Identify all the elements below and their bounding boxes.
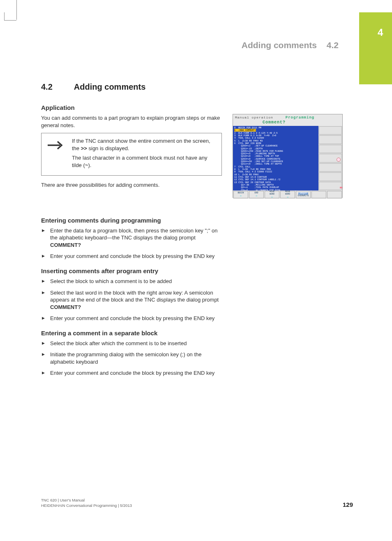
scr-side-button[interactable]: [319, 154, 342, 162]
list-item: Enter your comment and conclude the bloc…: [41, 315, 222, 322]
scr-side-button[interactable]: [319, 145, 342, 153]
scr-side-button[interactable]: [319, 172, 342, 181]
softkey-move-word[interactable]: MOVEWORD⇒: [280, 191, 295, 198]
list-item: Select the block to which a comment is t…: [41, 278, 222, 285]
softkey-end[interactable]: END⇒: [249, 191, 264, 198]
list-item: Initiate the programming dialog with the…: [41, 351, 222, 365]
scr-sidebar: [318, 126, 342, 190]
scr-prompt: Comment?: [233, 120, 342, 126]
s1-li1-a: Enter the data for a program block, then…: [50, 228, 217, 241]
arrow-right-icon: [46, 137, 65, 153]
list-item: Enter your comment and conclude the bloc…: [41, 253, 222, 260]
s2-steps: Select the block to which a comment is t…: [41, 278, 222, 322]
s1-steps: Enter the data for a program block, then…: [41, 227, 222, 260]
scr-side-button[interactable]: [319, 126, 342, 135]
section-heading: 4.2 Adding comments: [41, 82, 222, 92]
softkey-insert-overwrite[interactable]: INSERTOVERWRITE: [296, 191, 311, 198]
softkey-empty[interactable]: [311, 191, 326, 198]
softkey-begin[interactable]: BEGIN⇐: [233, 191, 248, 198]
s1-heading: Entering comments during programming: [41, 217, 222, 224]
note2-a: The last character in a comment block mu…: [72, 155, 208, 168]
header-title: Adding comments: [242, 40, 317, 50]
footer-line1: TNC 620 | User's Manual: [41, 498, 132, 503]
scr-header: Manual operation Programming: [233, 114, 342, 120]
softkey-move-word[interactable]: MOVEWORD⇐: [265, 191, 279, 198]
main-content: 4.2 Adding comments Application You can …: [41, 82, 222, 382]
list-item: Enter your comment and conclude the bloc…: [41, 369, 222, 377]
page-footer: TNC 620 | User's Manual HEIDENHAIN Conve…: [41, 498, 132, 508]
scr-body: 0 BEGIN PGM EX11 MM 1 ;NEW COMMENT| 2 BL…: [233, 126, 342, 190]
note1-b: >>: [81, 145, 87, 151]
scr-side-button[interactable]: [319, 163, 342, 172]
screenshot-figure: Manual operation Programming Comment? 0 …: [233, 114, 343, 198]
footer-line2: HEIDENHAIN Conversational Programming | …: [41, 503, 132, 508]
s3-steps: Select the block after which the comment…: [41, 340, 222, 377]
crop-mark: [16, 0, 17, 20]
running-header: Adding comments 4.2: [242, 40, 339, 50]
s2-li2-a: Select the last word in the block with t…: [50, 290, 219, 303]
s3-heading: Entering a comment in a separate block: [41, 330, 222, 337]
note2-c: ).: [88, 162, 91, 168]
list-item: Select the block after which the comment…: [41, 340, 222, 347]
scr-mode: Manual operation: [235, 116, 273, 120]
application-heading: Application: [41, 104, 222, 111]
header-section: 4.2: [327, 40, 339, 50]
application-outro: There are three possibilities for adding…: [41, 181, 222, 189]
scr-scroll-indicator: [340, 187, 342, 188]
crop-mark: [4, 12, 16, 21]
s2-li2-b: COMMENT?: [50, 304, 81, 310]
note1-c: sign is displayed.: [87, 145, 129, 151]
scr-side-button[interactable]: [319, 135, 342, 144]
section-number: 4.2: [41, 82, 72, 92]
s2-heading: Inserting comments after program entry: [41, 267, 222, 274]
note-box: If the TNC cannot show the entire commen…: [41, 133, 222, 176]
chapter-tab: 4: [359, 12, 392, 84]
list-item: Select the last word in the block with t…: [41, 289, 222, 311]
page-number: 129: [343, 501, 353, 508]
scr-softkeys: BEGIN⇐ END⇒ MOVEWORD⇐ MOVEWORD⇒ INSERTOV…: [233, 190, 342, 199]
s1-li1-b: COMMENT?: [50, 242, 81, 248]
list-item: Enter the data for a program block, then…: [41, 227, 222, 249]
section-title: Adding comments: [74, 82, 145, 91]
note-text: If the TNC cannot show the entire commen…: [72, 137, 217, 171]
application-para: You can add comments to a part program t…: [41, 114, 222, 129]
softkey-empty[interactable]: [327, 191, 342, 198]
scr-program-mode: Programming: [286, 116, 314, 120]
scr-code-listing: 0 BEGIN PGM EX11 MM 1 ;NEW COMMENT| 2 BL…: [233, 126, 318, 190]
scr-side-button[interactable]: [319, 182, 342, 190]
